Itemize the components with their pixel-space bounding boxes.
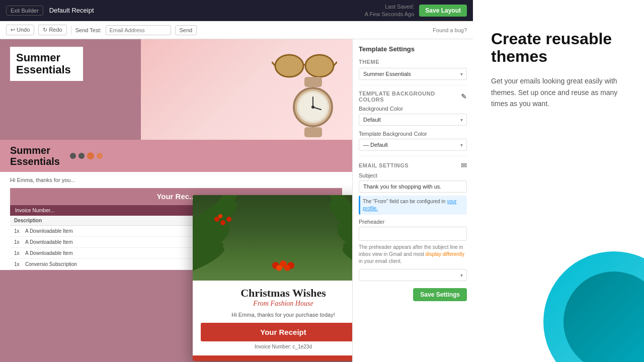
help-text: The preheader appears after the subject …	[359, 244, 467, 265]
summer-card: Summer Essentials	[10, 47, 83, 81]
berries-cluster	[268, 258, 298, 273]
main-content: Summer Essentials	[0, 39, 473, 362]
pine-left-icon	[193, 195, 273, 281]
watch-icon	[277, 72, 352, 140]
svg-point-31	[339, 241, 352, 280]
theme-label: Theme	[359, 59, 467, 65]
dot-2[interactable]	[78, 153, 85, 159]
teal-decoration	[543, 251, 644, 362]
subject-input[interactable]	[359, 180, 467, 193]
top-bar-right: Last Saved: A Few Seconds Ago Save Layou…	[365, 3, 467, 18]
email-settings-label: Email Settings ✉	[359, 161, 467, 169]
summer-text2: Summer Essentials	[10, 145, 60, 167]
page-title: Default Receipt	[49, 7, 94, 14]
bg-color-label: Background Color	[359, 106, 467, 112]
summer-section2: Summer Essentials	[0, 140, 352, 172]
preheader-input[interactable]	[359, 227, 467, 241]
preheader-label: Preheader	[359, 219, 467, 225]
marketing-panel: Create reusable themes Get your emails l…	[473, 0, 644, 362]
divider-2	[359, 156, 467, 156]
builder-panel: Exit Builder Default Receipt Last Saved:…	[0, 0, 473, 362]
extra-select-wrapper	[359, 269, 467, 281]
svg-point-11	[311, 106, 314, 109]
template-bg-label: Template Background Color	[359, 131, 467, 137]
send-button[interactable]: Send	[175, 25, 197, 35]
svg-rect-5	[304, 127, 322, 137]
svg-rect-4	[304, 77, 322, 87]
bg-color-wrapper: Default	[359, 114, 467, 126]
undo-button[interactable]: ↩ Undo	[6, 25, 34, 35]
bg-color-select[interactable]: Default	[359, 114, 467, 126]
send-test-label: Send Test:	[75, 27, 102, 33]
email-preview: Summer Essentials	[0, 39, 352, 362]
dot-4[interactable]	[97, 153, 103, 159]
svg-point-37	[276, 265, 282, 271]
display-differently-link[interactable]: display differently	[426, 251, 464, 257]
bg-colors-label: Template Background Colors ✎	[359, 90, 467, 103]
svg-point-23	[226, 217, 231, 222]
settings-panel-title: Template Settings	[359, 45, 467, 53]
save-settings-button[interactable]: Save Settings	[413, 288, 467, 301]
send-test-input[interactable]	[106, 25, 171, 35]
theme-select[interactable]: Summer Essentials	[359, 68, 467, 80]
christmas-popup: Christmas Wishes From Fashion House Hi E…	[193, 195, 352, 361]
toolbar-divider	[71, 26, 71, 35]
pine-right-icon	[293, 195, 352, 281]
receipt-title: Your Rec...	[156, 192, 195, 201]
berries-icon	[268, 258, 298, 273]
email-settings-icon: ✉	[461, 161, 467, 169]
template-bg-wrapper: — Default	[359, 139, 467, 151]
marketing-title: Create reusable themes	[491, 30, 626, 65]
carousel-dots	[70, 152, 103, 159]
marketing-description: Get your emails looking great easily wit…	[491, 75, 626, 109]
hero-image	[141, 39, 352, 140]
svg-point-21	[220, 220, 225, 225]
christmas-content: Christmas Wishes From Fashion House Hi E…	[193, 281, 352, 355]
divider-1	[359, 85, 467, 85]
dot-1[interactable]	[70, 153, 76, 159]
exit-builder-button[interactable]: Exit Builder	[6, 6, 43, 16]
christmas-invoice: Invoice Number: c_1e23d	[201, 344, 352, 349]
theme-select-wrapper: Summer Essentials	[359, 68, 467, 80]
hero-section: Summer Essentials	[0, 39, 352, 140]
extra-select[interactable]	[359, 269, 467, 281]
edit-bg-icon[interactable]: ✎	[461, 93, 467, 101]
greeting-text: Hi Emma, thanks for you...	[10, 177, 342, 183]
summer-card-title: Summer Essentials	[16, 52, 77, 76]
subject-label: Subject	[359, 172, 467, 178]
svg-point-24	[218, 214, 222, 218]
template-bg-select[interactable]: — Default	[359, 139, 467, 151]
qty-1: 1x	[14, 228, 25, 234]
qty-4: 1x	[14, 261, 25, 267]
save-layout-button[interactable]: Save Layout	[419, 5, 467, 17]
christmas-image	[193, 195, 352, 281]
redo-button[interactable]: ↻ Redo	[38, 25, 66, 35]
found-bug-link[interactable]: Found a bug?	[433, 27, 467, 33]
settings-panel: Template Settings Theme Summer Essential…	[352, 39, 473, 362]
svg-point-38	[284, 265, 290, 271]
top-bar: Exit Builder Default Receipt Last Saved:…	[0, 0, 473, 21]
christmas-greeting: Hi Emma, thanks for your purchase today!	[201, 312, 352, 318]
christmas-subtitle: From Fashion House	[201, 300, 352, 308]
christmas-title: Christmas Wishes	[201, 287, 352, 300]
christmas-receipt-button[interactable]: Your Receipt	[201, 323, 352, 341]
qty-2: 1x	[14, 239, 25, 245]
svg-point-22	[214, 217, 219, 222]
last-saved-text: Last Saved: A Few Seconds Ago	[365, 3, 414, 18]
marketing-content: Create reusable themes Get your emails l…	[473, 0, 644, 130]
from-field-info: The "From" field can be configured in yo…	[359, 196, 467, 215]
qty-3: 1x	[14, 250, 25, 256]
dot-3[interactable]	[87, 152, 94, 159]
teal-inner-circle	[564, 272, 644, 362]
toolbar: ↩ Undo ↻ Redo Send Test: Send Found a bu…	[0, 21, 473, 39]
